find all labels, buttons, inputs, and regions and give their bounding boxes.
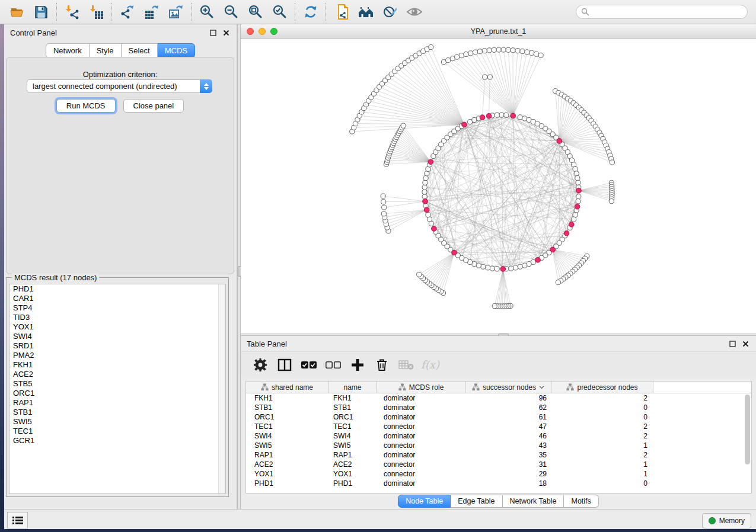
tab-mcds[interactable]: MCDS	[158, 43, 195, 58]
mcds-result-item[interactable]: TID3	[9, 313, 225, 322]
network-node[interactable]	[492, 304, 497, 309]
search-box[interactable]	[576, 5, 748, 19]
network-node-selected[interactable]	[511, 113, 516, 118]
tab-network-table[interactable]: Network Table	[503, 495, 564, 508]
tab-motifs[interactable]: Motifs	[564, 495, 598, 508]
network-node-selected[interactable]	[500, 267, 506, 272]
network-node[interactable]	[496, 47, 501, 52]
network-node-selected[interactable]	[550, 247, 556, 252]
network-node[interactable]	[495, 113, 499, 117]
mcds-result-item[interactable]: SWI5	[9, 417, 225, 427]
network-node[interactable]	[576, 180, 580, 185]
network-node[interactable]	[464, 52, 468, 57]
network-node-selected[interactable]	[557, 139, 562, 144]
tab-edge-table[interactable]: Edge Table	[451, 495, 502, 508]
network-node-selected[interactable]	[486, 114, 492, 119]
network-node[interactable]	[468, 51, 473, 56]
network-node[interactable]	[534, 52, 538, 56]
network-node[interactable]	[522, 263, 527, 268]
network-node[interactable]	[518, 264, 522, 269]
column-header-MCDS-role[interactable]: MCDS role	[377, 382, 465, 393]
network-node[interactable]	[417, 272, 422, 277]
network-canvas[interactable]	[241, 39, 756, 333]
network-node[interactable]	[487, 75, 492, 79]
network-node-selected[interactable]	[428, 159, 433, 165]
network-node[interactable]	[556, 280, 560, 285]
zoom-selected-icon[interactable]	[267, 1, 292, 23]
network-node-selected[interactable]	[423, 199, 428, 204]
network-node-selected[interactable]	[575, 204, 580, 210]
zoom-fit-icon[interactable]	[243, 1, 267, 23]
add-column-icon[interactable]	[346, 355, 368, 375]
memory-button[interactable]: Memory	[702, 513, 751, 528]
open-file-icon[interactable]	[5, 1, 29, 23]
network-node[interactable]	[422, 194, 427, 199]
network-node[interactable]	[423, 176, 428, 181]
hide-selected-icon[interactable]	[378, 1, 402, 23]
table-row[interactable]: YOX1YOX1connector291	[246, 469, 751, 479]
network-node[interactable]	[429, 44, 433, 49]
mcds-result-item[interactable]: STB1	[9, 408, 225, 417]
mcds-result-list[interactable]: PHD1CAR1STP4TID3YOX1SWI4SRD1PMA2FKH1ACE2…	[9, 284, 226, 494]
network-node[interactable]	[425, 171, 429, 176]
column-header-shared-name[interactable]: shared name	[246, 382, 328, 393]
table-row[interactable]: ACE2ACE2connector311	[246, 460, 751, 469]
zoom-out-icon[interactable]	[219, 1, 243, 23]
show-columns-icon[interactable]	[273, 355, 295, 375]
network-node[interactable]	[575, 176, 580, 181]
optimization-select[interactable]: largest connected component (undirected)	[27, 79, 212, 93]
table-row[interactable]: FKH1FKH1dominator962	[246, 393, 751, 403]
network-node[interactable]	[520, 49, 525, 54]
network-node[interactable]	[504, 113, 509, 117]
task-history-button[interactable]	[7, 512, 28, 528]
network-node[interactable]	[525, 50, 529, 55]
network-node-selected[interactable]	[480, 115, 485, 120]
network-node[interactable]	[423, 180, 428, 185]
network-node[interactable]	[382, 205, 387, 210]
tab-select[interactable]: Select	[122, 43, 158, 58]
close-panel-icon[interactable]	[221, 28, 231, 37]
close-panel-button[interactable]: Close panel	[123, 99, 184, 113]
network-node[interactable]	[572, 217, 576, 222]
network-node[interactable]	[473, 50, 478, 55]
new-network-from-selection-icon[interactable]	[329, 1, 353, 23]
network-node[interactable]	[381, 211, 386, 216]
network-node[interactable]	[610, 160, 614, 165]
network-node[interactable]	[495, 267, 499, 271]
network-node[interactable]	[490, 266, 495, 271]
mcds-result-item[interactable]: PHD1	[9, 284, 225, 294]
network-node[interactable]	[381, 194, 385, 198]
network-node[interactable]	[481, 264, 486, 269]
network-node-selected[interactable]	[452, 250, 457, 255]
float-panel-icon[interactable]	[728, 339, 737, 348]
table-settings-icon[interactable]	[249, 355, 271, 375]
network-node[interactable]	[576, 194, 581, 199]
column-header-successor-nodes[interactable]: successor nodes	[465, 382, 551, 393]
refresh-icon[interactable]	[298, 1, 323, 23]
network-node[interactable]	[499, 113, 504, 117]
mcds-result-item[interactable]: STP4	[9, 303, 225, 313]
network-node[interactable]	[509, 266, 513, 271]
table-scrollbar[interactable]	[745, 395, 750, 464]
network-node-selected[interactable]	[432, 226, 437, 232]
mcds-result-item[interactable]: SRD1	[9, 341, 225, 351]
close-panel-icon[interactable]	[741, 339, 750, 348]
network-node[interactable]	[422, 185, 427, 190]
network-node[interactable]	[513, 265, 518, 270]
network-node[interactable]	[609, 199, 614, 204]
network-node[interactable]	[426, 213, 430, 217]
table-row[interactable]: RAP1RAP1dominator352	[246, 450, 751, 460]
table-row[interactable]: PHD1PHD1dominator180	[246, 479, 751, 488]
network-node-selected[interactable]	[564, 231, 569, 236]
column-header-predecessor-nodes[interactable]: predecessor nodes	[551, 382, 653, 393]
network-node-selected[interactable]	[462, 122, 467, 127]
show-all-eye-icon[interactable]	[402, 1, 426, 23]
table-row[interactable]: SWI5SWI5connector431	[246, 441, 751, 450]
tab-style[interactable]: Style	[90, 43, 122, 58]
import-network-icon[interactable]	[60, 1, 84, 23]
table-row[interactable]: STB1STB1dominator620	[246, 403, 751, 412]
network-window-titlebar[interactable]: YPA_prune.txt_1	[241, 24, 756, 39]
tab-network[interactable]: Network	[46, 43, 90, 58]
network-node[interactable]	[477, 49, 482, 54]
mcds-result-item[interactable]: FKH1	[9, 360, 225, 370]
